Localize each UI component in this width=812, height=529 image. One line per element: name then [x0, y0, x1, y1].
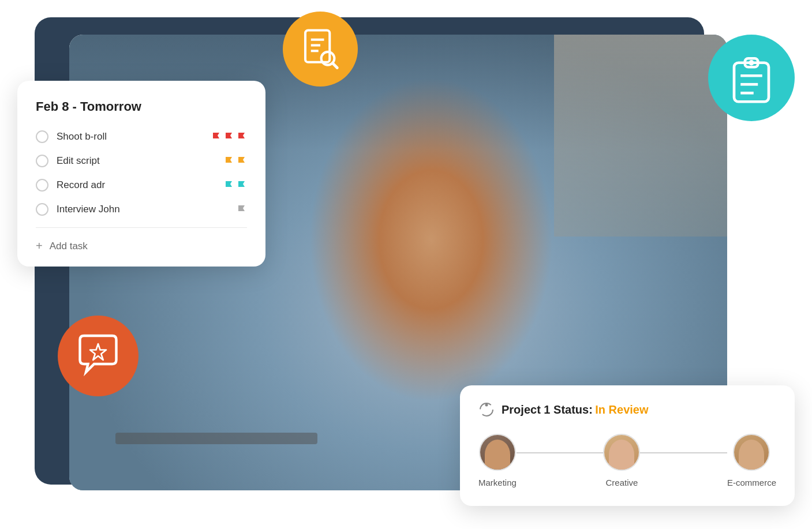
flag-icon	[237, 156, 247, 166]
task-item: Interview John	[36, 203, 247, 216]
task-checkbox[interactable]	[36, 203, 48, 216]
flag-icon	[224, 132, 234, 142]
workflow-label-creative: Creative	[605, 478, 638, 487]
task-item: Record adr	[36, 179, 247, 192]
bookshelf-bg	[554, 35, 727, 237]
status-header: Project 1 Status: In Review	[478, 402, 776, 418]
task-checkbox[interactable]	[36, 155, 48, 167]
avatar-creative	[603, 434, 640, 471]
task-card-date: Feb 8 - Tomorrow	[36, 99, 247, 114]
task-checkbox[interactable]	[36, 179, 48, 192]
task-label: Record adr	[57, 179, 216, 191]
task-flags	[224, 156, 247, 166]
workflow-step-creative: Creative	[603, 434, 640, 487]
svg-point-14	[485, 404, 488, 407]
plus-icon: +	[36, 239, 43, 253]
status-card: Project 1 Status: In Review Marketing	[460, 385, 795, 506]
flag-icon	[237, 132, 247, 142]
scene: Feb 8 - Tomorrow Shoot b-roll Edit scrip…	[0, 0, 812, 529]
svg-marker-12	[90, 344, 106, 360]
flag-icon	[211, 132, 222, 142]
status-workflow: Marketing Creative	[478, 434, 776, 487]
task-item: Shoot b-roll	[36, 130, 247, 143]
clipboard-icon	[725, 52, 777, 104]
task-item: Edit script	[36, 155, 247, 167]
red-circle-icon	[58, 316, 139, 396]
task-card: Feb 8 - Tomorrow Shoot b-roll Edit scrip…	[17, 81, 265, 267]
workflow-step-ecommerce: E-commerce	[727, 434, 776, 487]
task-label: Interview John	[57, 204, 229, 215]
flag-icon	[237, 180, 247, 190]
workflow-label-marketing: Marketing	[478, 478, 517, 487]
status-circle-icon	[478, 402, 495, 418]
svg-rect-6	[734, 63, 769, 102]
review-star-icon	[74, 332, 122, 380]
svg-point-8	[750, 61, 753, 65]
workflow-connector	[640, 452, 727, 453]
status-badge: In Review	[595, 403, 648, 416]
task-flags	[211, 132, 247, 142]
laptop-base	[115, 433, 317, 444]
workflow-connector	[517, 452, 604, 453]
task-flags	[237, 204, 247, 215]
avatar-ecommerce	[733, 434, 770, 471]
task-checkbox[interactable]	[36, 130, 48, 143]
svg-line-5	[332, 63, 337, 67]
add-task-button[interactable]: + Add task	[36, 239, 247, 253]
avatar-marketing	[479, 434, 516, 471]
add-task-label: Add task	[50, 241, 88, 252]
flag-icon	[224, 156, 234, 166]
workflow-step-marketing: Marketing	[478, 434, 517, 487]
teal-circle-icon	[708, 35, 795, 121]
task-divider	[36, 227, 247, 228]
task-label: Shoot b-roll	[57, 131, 203, 142]
task-flags	[224, 180, 247, 190]
flag-icon	[237, 204, 247, 215]
workflow-label-ecommerce: E-commerce	[727, 478, 776, 487]
document-search-icon	[298, 27, 343, 72]
orange-circle-icon	[283, 12, 358, 87]
task-label: Edit script	[57, 155, 216, 167]
flag-icon	[224, 180, 234, 190]
status-title: Project 1 Status:	[502, 403, 593, 416]
status-title-group: Project 1 Status: In Review	[502, 403, 649, 417]
